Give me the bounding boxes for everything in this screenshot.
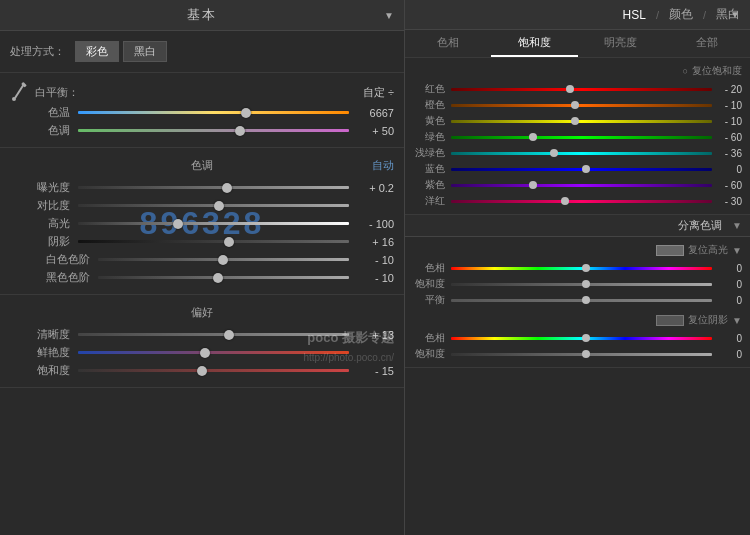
hsl-orange-slider[interactable]: [451, 100, 712, 110]
sh-hue-label: 色相: [413, 331, 445, 345]
tint-thumb: [235, 126, 245, 136]
balance-track: [451, 299, 712, 302]
hl-sat-slider[interactable]: [451, 279, 712, 289]
contrast-row: 对比度: [10, 198, 394, 213]
hsl-magenta-row: 洋红 - 30: [413, 194, 742, 208]
balance-label: 平衡: [413, 293, 445, 307]
shadow-reset-label[interactable]: 复位阴影: [688, 313, 728, 327]
exposure-track: [78, 186, 349, 189]
hsl-aqua-thumb: [550, 149, 558, 157]
hl-hue-value: 0: [712, 263, 742, 274]
color-link[interactable]: 颜色: [669, 6, 693, 23]
hsl-blue-track: [451, 168, 712, 171]
shadow-track: [78, 240, 349, 243]
temperature-value: 6667: [349, 107, 394, 119]
tint-label: 色调: [10, 123, 70, 138]
hsl-purple-slider[interactable]: [451, 180, 712, 190]
tab-luminance[interactable]: 明亮度: [578, 30, 664, 57]
hsl-orange-value: - 10: [712, 100, 742, 111]
sh-hue-slider[interactable]: [451, 333, 712, 343]
hsl-yellow-track: [451, 120, 712, 123]
temperature-row: 色温 6667: [10, 105, 394, 120]
hl-hue-row: 色相 0: [413, 261, 742, 275]
highlight-slider[interactable]: [78, 217, 349, 231]
tone-title: 色调: [191, 158, 213, 173]
white-clip-slider[interactable]: [98, 253, 349, 267]
temperature-slider[interactable]: [78, 106, 349, 120]
hsl-aqua-row: 浅绿色 - 36: [413, 146, 742, 160]
sat-reset-label[interactable]: 复位饱和度: [692, 64, 742, 78]
tone-section: 色调 自动 896328 曝光度 + 0.2 对比度: [0, 148, 404, 295]
wb-value[interactable]: 自定 ÷: [363, 85, 394, 100]
hsl-green-thumb: [529, 133, 537, 141]
vibrance-label: 鲜艳度: [10, 345, 70, 360]
saturation-left-label: 饱和度: [10, 363, 70, 378]
hsl-red-slider[interactable]: [451, 84, 712, 94]
white-balance-section: 白平衡： 自定 ÷ 色温 6667 色调: [0, 73, 404, 148]
highlight-reset-label[interactable]: 复位高光: [688, 243, 728, 257]
hl-sat-row: 饱和度 0: [413, 277, 742, 291]
hsl-blue-row: 蓝色 0: [413, 162, 742, 176]
sh-sat-track: [451, 353, 712, 356]
tab-saturation[interactable]: 饱和度: [491, 30, 577, 57]
sh-hue-value: 0: [712, 333, 742, 344]
hsl-purple-value: - 60: [712, 180, 742, 191]
sh-sat-value: 0: [712, 349, 742, 360]
hsl-red-thumb: [566, 85, 574, 93]
hsl-orange-label: 橙色: [413, 98, 445, 112]
bw-mode-btn[interactable]: 黑白: [123, 41, 167, 62]
hl-sat-thumb: [582, 280, 590, 288]
saturation-left-slider[interactable]: [78, 364, 349, 378]
auto-btn[interactable]: 自动: [372, 158, 394, 173]
black-clip-row: 黑色色阶 - 10: [10, 270, 394, 285]
exposure-slider[interactable]: [78, 181, 349, 195]
color-mode-btn[interactable]: 彩色: [75, 41, 119, 62]
hsl-purple-track: [451, 184, 712, 187]
contrast-thumb: [214, 201, 224, 211]
hsl-link[interactable]: HSL: [623, 8, 646, 22]
exposure-row: 曝光度 + 0.2: [10, 180, 394, 195]
highlight-track: [78, 222, 349, 225]
divider-2: /: [703, 9, 706, 21]
hsl-magenta-value: - 30: [712, 196, 742, 207]
black-clip-thumb: [213, 273, 223, 283]
hsl-blue-slider[interactable]: [451, 164, 712, 174]
hsl-yellow-slider[interactable]: [451, 116, 712, 126]
tint-value: + 50: [349, 125, 394, 137]
balance-slider[interactable]: [451, 295, 712, 305]
hsl-red-row: 红色 - 20: [413, 82, 742, 96]
highlight-label: 高光: [10, 216, 70, 231]
black-clip-track: [98, 276, 349, 279]
shadow-slider[interactable]: [78, 235, 349, 249]
hsl-aqua-slider[interactable]: [451, 148, 712, 158]
main-container: 基本 ▼ 处理方式： 彩色 黑白 白平衡： 自定 ÷: [0, 0, 750, 535]
tint-slider[interactable]: [78, 124, 349, 138]
contrast-label: 对比度: [10, 198, 70, 213]
hsl-orange-row: 橙色 - 10: [413, 98, 742, 112]
hsl-magenta-slider[interactable]: [451, 196, 712, 206]
preference-header: 偏好: [10, 301, 394, 324]
sh-sat-slider[interactable]: [451, 349, 712, 359]
sh-sat-label: 饱和度: [413, 347, 445, 361]
clarity-thumb: [224, 330, 234, 340]
contrast-slider[interactable]: [78, 199, 349, 213]
hsl-orange-thumb: [571, 101, 579, 109]
hl-hue-label: 色相: [413, 261, 445, 275]
left-panel-header[interactable]: 基本 ▼: [0, 0, 404, 31]
sh-hue-thumb: [582, 334, 590, 342]
white-clip-value: - 10: [349, 254, 394, 266]
hsl-aqua-value: - 36: [712, 148, 742, 159]
black-clip-label: 黑色色阶: [10, 270, 90, 285]
hsl-green-slider[interactable]: [451, 132, 712, 142]
white-clip-row: 白色色阶 - 10: [10, 252, 394, 267]
clarity-label: 清晰度: [10, 327, 70, 342]
hl-hue-slider[interactable]: [451, 263, 712, 273]
black-clip-slider[interactable]: [98, 271, 349, 285]
hl-hue-thumb: [582, 264, 590, 272]
tab-hue[interactable]: 色相: [405, 30, 491, 57]
hsl-blue-thumb: [582, 165, 590, 173]
hsl-magenta-thumb: [561, 197, 569, 205]
hsl-blue-value: 0: [712, 164, 742, 175]
tab-all[interactable]: 全部: [664, 30, 750, 57]
hsl-red-value: - 20: [712, 84, 742, 95]
